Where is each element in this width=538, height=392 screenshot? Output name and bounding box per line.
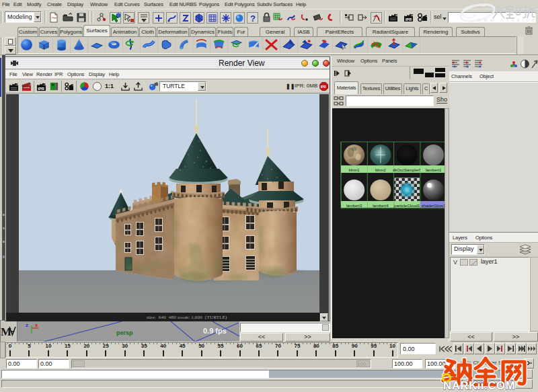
- svg-text:blinn1: blinn1: [349, 168, 360, 172]
- svg-text:NARKii.COM: NARKii.COM: [443, 379, 515, 392]
- svg-text:particleCloud1: particleCloud1: [394, 204, 420, 208]
- svg-text:blinn2: blinn2: [375, 168, 387, 172]
- svg-text:IPR: IPR: [406, 17, 412, 22]
- svg-text:shaderGlow1: shaderGlow1: [422, 204, 445, 208]
- svg-text:0.9 fps: 0.9 fps: [203, 327, 227, 335]
- svg-text:IPR: IPR: [321, 85, 326, 89]
- svg-text:lambert3: lambert3: [346, 204, 362, 208]
- svg-text:z: z: [26, 322, 28, 328]
- svg-text:x: x: [35, 322, 38, 328]
- svg-text:IPR: IPR: [38, 87, 44, 91]
- svg-text:persp: persp: [116, 329, 133, 336]
- svg-text:w w w . h x s d . c o m . c n: w w w . h x s d . c o m . c n: [477, 17, 538, 22]
- svg-text:lambert1: lambert1: [426, 168, 442, 172]
- svg-text:dkOccSampler5: dkOccSampler5: [393, 168, 422, 172]
- svg-text:?: ?: [250, 13, 256, 24]
- svg-text:lambert4: lambert4: [373, 204, 389, 208]
